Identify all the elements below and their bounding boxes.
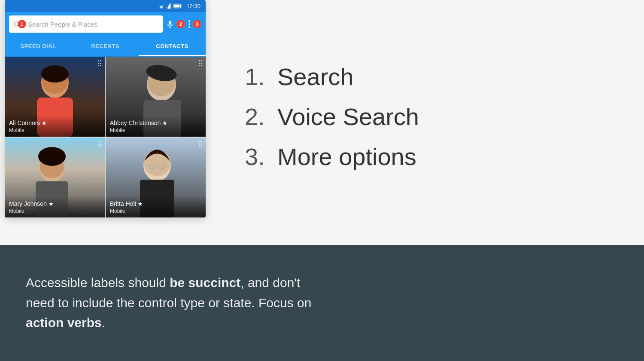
list-item-1: 1. Search — [245, 63, 610, 91]
contact-name-abbey: Abbey Christensen ★ — [110, 119, 201, 126]
svg-rect-11 — [169, 21, 171, 25]
contact-card-ali[interactable]: Ali Connors ★ Mobile — [5, 57, 105, 137]
mic-icon — [166, 19, 174, 29]
right-section: 1. Search 2. Voice Search 3. More option… — [210, 0, 644, 245]
signal-icon — [167, 3, 172, 9]
list-text-2: Voice Search — [277, 103, 419, 131]
contact-type-ali: Mobile — [9, 127, 100, 133]
search-bar: 1 Search People & Places 2 — [5, 12, 206, 36]
svg-rect-3 — [168, 6, 169, 9]
list-item-2: 2. Voice Search — [245, 103, 610, 131]
contact-type-mary: Mobile — [9, 208, 100, 214]
list-text-1: Search — [277, 63, 353, 91]
contact-name-ali: Ali Connors ★ — [9, 119, 100, 126]
star-britta: ★ — [138, 201, 143, 207]
status-bar: 12:30 — [5, 0, 206, 12]
status-time: 12:30 — [186, 3, 200, 9]
contact-card-abbey[interactable]: Abbey Christensen ★ Mobile — [106, 57, 206, 137]
star-ali: ★ — [42, 120, 47, 126]
contact-overlay-abbey: Abbey Christensen ★ Mobile — [106, 115, 206, 137]
svg-marker-1 — [160, 7, 163, 9]
svg-point-18 — [41, 65, 69, 83]
contact-card-mary[interactable]: Mary Johnson ★ Mobile — [5, 138, 105, 217]
dot3 — [188, 26, 190, 28]
contact-name-mary: Mary Johnson ★ — [9, 200, 100, 207]
contact-type-abbey: Mobile — [110, 127, 201, 133]
tab-contacts[interactable]: CONTACTS — [139, 36, 206, 56]
bottom-text-bold2: action verbs — [26, 315, 102, 330]
bottom-description: Accessible labels should be succinct, an… — [26, 273, 326, 333]
bottom-text-part3: . — [102, 315, 105, 330]
tab-recents[interactable]: RECENTS — [72, 36, 139, 56]
drag-handle-abbey — [199, 60, 203, 66]
more-options-icon[interactable] — [188, 20, 190, 28]
bottom-section: Accessible labels should be succinct, an… — [0, 245, 644, 361]
dot2 — [188, 23, 190, 25]
star-abbey: ★ — [162, 120, 167, 126]
list-number-2: 2. — [245, 103, 270, 131]
tab-bar: SPEED DIAL RECENTS CONTACTS — [5, 36, 206, 57]
mic-badge-2: 2 — [176, 20, 185, 28]
contact-name-britta: Britta Holt ★ — [110, 200, 201, 207]
contact-overlay-ali: Ali Connors ★ Mobile — [5, 115, 105, 137]
search-badge-1: 1 — [18, 20, 26, 28]
svg-rect-8 — [174, 5, 180, 7]
contact-grid: Ali Connors ★ Mobile — [5, 57, 206, 217]
svg-rect-4 — [169, 4, 170, 9]
list-number-3: 3. — [245, 143, 270, 171]
svg-point-28 — [38, 147, 66, 166]
drag-handle-ali — [98, 60, 102, 66]
drag-handle-britta — [199, 141, 203, 147]
wifi-icon — [158, 3, 165, 9]
list-text-3: More options — [277, 143, 416, 171]
list-item-3: 3. More options — [245, 143, 610, 171]
status-icons: 12:30 — [158, 3, 200, 9]
bottom-text-bold1: be succinct — [170, 275, 240, 290]
tab-speed-dial[interactable]: SPEED DIAL — [5, 36, 72, 56]
search-placeholder: Search People & Places — [28, 21, 97, 28]
contact-card-britta[interactable]: Britta Holt ★ Mobile — [106, 138, 206, 217]
search-input-wrapper[interactable]: 1 Search People & Places — [9, 15, 163, 33]
svg-rect-5 — [170, 3, 171, 9]
phone-mockup-area: 12:30 1 Search People & Places — [0, 0, 210, 245]
list-number-1: 1. — [245, 63, 270, 91]
battery-icon — [173, 3, 182, 9]
more-badge-3: 3 — [193, 20, 201, 28]
svg-rect-2 — [167, 7, 167, 9]
drag-handle-mary — [98, 141, 102, 147]
dot1 — [188, 20, 190, 22]
contact-type-britta: Mobile — [110, 208, 201, 214]
star-mary: ★ — [49, 201, 54, 207]
contact-overlay-mary: Mary Johnson ★ Mobile — [5, 196, 105, 217]
right-icons: 2 3 — [166, 19, 201, 29]
svg-rect-7 — [181, 5, 182, 7]
phone-mockup: 12:30 1 Search People & Places — [5, 0, 206, 217]
bottom-text-part1: Accessible labels should — [26, 275, 170, 290]
feature-list: 1. Search 2. Voice Search 3. More option… — [245, 63, 610, 183]
contact-overlay-britta: Britta Holt ★ Mobile — [106, 196, 206, 217]
